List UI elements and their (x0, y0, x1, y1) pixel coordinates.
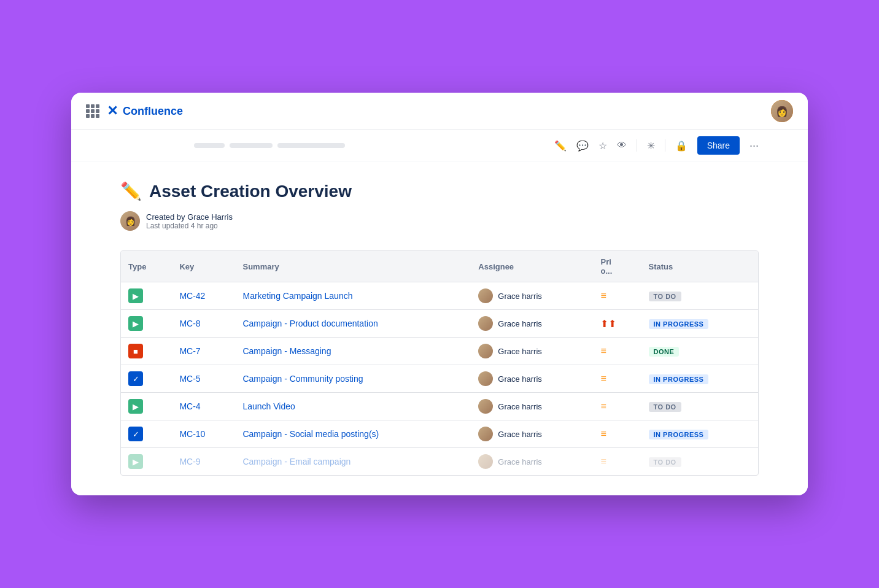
page-title: ✏️ Asset Creation Overview (120, 181, 759, 201)
lock-icon[interactable]: 🔒 (675, 140, 687, 152)
issue-key-link[interactable]: MC-10 (179, 429, 205, 439)
col-key: Key (172, 251, 235, 282)
cell-type: ✓ (121, 420, 172, 448)
col-assignee: Assignee (471, 251, 593, 282)
type-icon: ▶ (128, 454, 143, 469)
status-badge: IN PROGRESS (649, 374, 709, 384)
cell-summary: Campaign - Social media posting(s) (235, 420, 471, 448)
author-text: Created by Grace Harris Last updated 4 h… (146, 212, 233, 230)
issue-key-link[interactable]: MC-8 (179, 319, 200, 328)
author-name: Created by Grace Harris (146, 212, 233, 222)
cell-priority: ≡ (593, 282, 641, 310)
cell-type: ✓ (121, 365, 172, 393)
status-badge: IN PROGRESS (649, 430, 709, 439)
cell-key: MC-7 (172, 338, 235, 365)
col-status: Status (641, 251, 758, 282)
status-badge: TO DO (649, 457, 681, 467)
breadcrumb (194, 143, 345, 148)
cell-assignee: Grace harris (471, 338, 593, 365)
comment-icon[interactable]: 💬 (576, 140, 589, 152)
issue-key-link[interactable]: MC-7 (179, 346, 200, 356)
cell-key: MC-9 (172, 448, 235, 476)
confluence-logo[interactable]: ✕ Confluence (107, 103, 183, 119)
author-info: 👩 Created by Grace Harris Last updated 4… (120, 211, 759, 231)
assignee-avatar (478, 316, 493, 331)
issue-key-link[interactable]: MC-4 (179, 401, 200, 411)
cell-type: ▶ (121, 448, 172, 476)
issue-summary-link[interactable]: Campaign - Community posting (242, 374, 363, 384)
cell-summary: Campaign - Community posting (235, 365, 471, 393)
table-row: ✓ MC-10 Campaign - Social media posting(… (121, 420, 758, 448)
cell-assignee: Grace harris (471, 365, 593, 393)
cell-status: IN PROGRESS (641, 310, 758, 338)
issue-summary-link[interactable]: Marketing Campaign Launch (242, 291, 352, 301)
edit-icon[interactable]: ✏️ (554, 140, 567, 152)
more-options-icon[interactable]: ··· (749, 139, 759, 152)
page-emoji: ✏️ (120, 181, 142, 201)
issue-key-link[interactable]: MC-42 (179, 291, 205, 301)
priority-icon: ≡ (600, 290, 606, 301)
issues-table: Type Key Summary Assignee Pri o... Statu… (121, 251, 758, 475)
type-icon: ■ (128, 344, 143, 358)
breadcrumb-item-3 (277, 143, 345, 148)
cell-type: ▶ (121, 393, 172, 420)
toolbar: ✏️ 💬 ☆ 👁 ✳ 🔒 Share ··· (71, 130, 808, 161)
cell-summary: Marketing Campaign Launch (235, 282, 471, 310)
assignee-avatar (478, 288, 493, 303)
assignee-name: Grace harris (498, 430, 542, 439)
type-icon: ✓ (128, 371, 143, 386)
type-icon: ▶ (128, 316, 143, 331)
table-row: ■ MC-7 Campaign - Messaging Grace harris… (121, 338, 758, 365)
col-summary: Summary (235, 251, 471, 282)
cell-key: MC-10 (172, 420, 235, 448)
assignee-avatar (478, 344, 493, 358)
issues-table-container: Type Key Summary Assignee Pri o... Statu… (120, 250, 759, 476)
priority-label: Pri (600, 257, 611, 266)
cell-type: ▶ (121, 282, 172, 310)
breadcrumb-item-2 (230, 143, 273, 148)
priority-icon: ≡ (600, 346, 606, 356)
toolbar-right: ✏️ 💬 ☆ 👁 ✳ 🔒 Share ··· (554, 136, 759, 155)
issue-summary-link[interactable]: Campaign - Product documentation (242, 319, 378, 328)
cell-assignee: Grace harris (471, 282, 593, 310)
cell-key: MC-8 (172, 310, 235, 338)
issue-summary-link[interactable]: Campaign - Messaging (242, 346, 331, 356)
table-row: ▶ MC-9 Campaign - Email campaign Grace h… (121, 448, 758, 476)
cell-priority: ≡ (593, 420, 641, 448)
grid-icon[interactable] (86, 104, 99, 118)
priority-icon: ≡ (600, 401, 606, 411)
cell-summary: Campaign - Product documentation (235, 310, 471, 338)
col-priority: Pri o... (593, 251, 641, 282)
assignee-avatar (478, 371, 493, 386)
priority-icon: ≡ (600, 373, 606, 384)
table-row: ▶ MC-8 Campaign - Product documentation … (121, 310, 758, 338)
issue-summary-link[interactable]: Launch Video (242, 401, 295, 411)
cell-priority: ≡ (593, 393, 641, 420)
confluence-logo-text: Confluence (123, 105, 183, 118)
last-updated: Last updated 4 hr ago (146, 222, 233, 230)
cell-summary: Launch Video (235, 393, 471, 420)
assignee-avatar (478, 454, 493, 469)
cell-key: MC-42 (172, 282, 235, 310)
assignee-name: Grace harris (498, 347, 542, 356)
browser-window: ✕ Confluence 👩 ✏️ 💬 ☆ 👁 ✳ 🔒 Share ·· (71, 93, 808, 495)
assignee-name: Grace harris (498, 319, 542, 328)
loading-icon: ✳ (647, 140, 655, 152)
toolbar-divider-2 (665, 139, 665, 152)
cell-status: TO DO (641, 393, 758, 420)
status-badge: DONE (649, 347, 680, 357)
issue-summary-link[interactable]: Campaign - Social media posting(s) (242, 429, 379, 439)
issue-key-link[interactable]: MC-9 (179, 457, 200, 466)
user-avatar[interactable]: 👩 (771, 100, 793, 122)
watch-icon[interactable]: 👁 (617, 140, 627, 151)
cell-priority: ≡ (593, 338, 641, 365)
issue-key-link[interactable]: MC-5 (179, 374, 200, 384)
cell-summary: Campaign - Email campaign (235, 448, 471, 476)
priority-icon: ≡ (600, 428, 606, 439)
cell-key: MC-5 (172, 365, 235, 393)
avatar-image: 👩 (771, 100, 793, 122)
table-row: ▶ MC-4 Launch Video Grace harris ≡ TO DO (121, 393, 758, 420)
issue-summary-link[interactable]: Campaign - Email campaign (242, 457, 350, 466)
star-icon[interactable]: ☆ (598, 140, 607, 152)
share-button[interactable]: Share (697, 136, 740, 155)
